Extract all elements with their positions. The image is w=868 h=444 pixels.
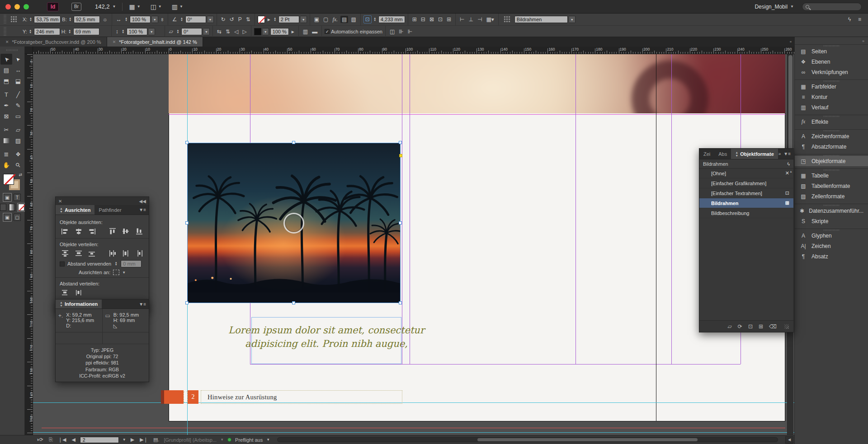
shear-dropdown[interactable]: ▼ [203, 28, 210, 35]
use-spacing-checkbox[interactable]: ✓ [60, 262, 65, 266]
shear-field[interactable]: 0° [181, 28, 202, 35]
footer-text-frame[interactable]: Hinweise zur Ausrüstung [201, 390, 402, 404]
distribute-horizontal-centers-button[interactable] [121, 249, 132, 257]
zoom-window-button[interactable] [24, 4, 29, 9]
height-field[interactable]: 69 mm [73, 28, 99, 35]
first-page-icon[interactable]: ❘◀ [57, 437, 67, 443]
direct-selection-tool[interactable]: ➤ [12, 54, 24, 65]
dock-item[interactable]: ✱Datenzusammenführ... [795, 206, 868, 216]
gutter-icon[interactable]: ⊪ [397, 28, 405, 35]
search-input[interactable] [802, 3, 862, 11]
fill-swatch-none[interactable] [3, 174, 14, 185]
object-style-row[interactable]: [Ohne] ✕ [699, 168, 793, 178]
style-group-folder-icon[interactable]: ▱ [728, 323, 732, 330]
distribute-right-edges-button[interactable] [134, 249, 145, 257]
align-center-icon[interactable]: ⊥ [467, 16, 475, 23]
ruler-origin-corner[interactable] [25, 47, 33, 54]
fill-color-dropdown[interactable]: ▼ [263, 28, 269, 35]
close-panel-icon[interactable]: ✕ [58, 199, 62, 204]
scale-y-dropdown[interactable]: ▼ [149, 28, 155, 35]
selection-handle-top-left[interactable] [185, 141, 189, 144]
zoom-level-dropdown[interactable]: 142,2 ▼ [95, 3, 116, 10]
tabbar-overflow-icon[interactable]: « [787, 37, 794, 47]
tab-object-styles[interactable]: ▲▼Objektformate [731, 149, 778, 159]
column-guide[interactable] [410, 54, 410, 364]
zoom-tool[interactable]: ⚲ [12, 159, 24, 170]
gradient-feather-tool[interactable]: ▨ [12, 135, 24, 146]
distribute-horizontal-space-button[interactable] [73, 289, 84, 297]
flip-vertical-icon[interactable]: ⇅ [224, 28, 231, 35]
dock-item[interactable]: ▦Farbfelder [795, 81, 868, 92]
preview-button[interactable]: ▢ [14, 214, 21, 221]
quick-apply-icon[interactable]: ϟ [847, 16, 852, 23]
chevron-down-icon[interactable]: ▼ [266, 438, 270, 442]
close-tab-icon[interactable]: ✕ [113, 40, 116, 44]
next-page-icon[interactable]: ▶ [130, 437, 135, 443]
overprint-icon[interactable]: ▥ [302, 28, 309, 35]
frame-tool[interactable]: ⊠ [0, 111, 12, 122]
y-stepper[interactable]: ▲▼ [28, 29, 33, 34]
dock-item[interactable]: A|Zeichen [795, 241, 868, 251]
pen-tool[interactable]: ✒ [0, 100, 12, 111]
dock-item[interactable]: ❖Ebenen [795, 56, 868, 67]
y-field[interactable]: 246 mm [34, 28, 60, 35]
scale-y-field[interactable]: 100 % [127, 28, 147, 35]
constrain-proportions-icon[interactable]: ∞ [160, 17, 165, 22]
fill-frame-icon[interactable]: ⊞ [411, 16, 418, 23]
chevron-down-icon[interactable]: ▼ [122, 271, 126, 275]
align-right-icon[interactable]: ⊣ [476, 16, 483, 23]
object-style-row[interactable]: Bildbeschreibung [699, 208, 793, 218]
distribute-vertical-space-button[interactable] [60, 289, 71, 297]
page-dropdown-icon[interactable]: ▼ [123, 438, 126, 442]
panel-menu-icon[interactable]: ≡ [857, 16, 863, 23]
note-tool[interactable]: ≣ [0, 149, 12, 159]
height-stepper[interactable]: ▲▼ [68, 29, 72, 34]
dock-item[interactable]: ▦Tabelle [795, 170, 868, 181]
rotate-cw-icon[interactable]: ↻ [220, 16, 227, 23]
ruler-guide-horizontal[interactable] [33, 402, 794, 403]
bridge-button[interactable]: Br [71, 3, 81, 11]
stroke-weight-stepper[interactable]: ▲▼ [273, 17, 277, 22]
drop-shadow-icon[interactable]: ▢ [322, 16, 330, 23]
fit-frame-to-content-icon[interactable]: ⊞ [445, 16, 453, 23]
quick-apply-icon[interactable]: ϟ [787, 161, 790, 167]
rectangle-tool[interactable]: ▭ [12, 111, 24, 122]
stroke-color-swatch[interactable] [258, 16, 265, 23]
panel-menu-icon[interactable]: ▼≡ [139, 207, 146, 212]
align-bottom-edges-button[interactable] [134, 227, 145, 235]
close-window-button[interactable] [5, 4, 11, 9]
selection-tool[interactable]: ➤ [0, 54, 12, 65]
object-style-row[interactable]: Bildrahmen ⊞ [699, 198, 793, 208]
dock-item[interactable]: AZeichenformate [795, 131, 868, 141]
view-toggle-icon[interactable]: ◑⟳ [35, 437, 44, 443]
content-collector-tool[interactable]: ⬒ [0, 75, 12, 86]
scroll-left-arrow[interactable]: ◀ [785, 436, 793, 444]
lorem-text-frame[interactable]: Lorem ipsum dolor sit amet, consectetur … [251, 317, 401, 364]
dock-item[interactable]: ▨Zellenformate [795, 191, 868, 201]
vertical-ruler[interactable]: 0102030405060708090100110120130140150 [25, 54, 33, 435]
fit-content-icon[interactable]: ⊟ [420, 16, 427, 23]
workspace-switcher[interactable]: Design_Mobil ▼ [755, 4, 794, 10]
distribute-bottom-edges-button[interactable] [86, 249, 97, 257]
horizontal-scrollbar-thumb[interactable] [477, 438, 698, 441]
apply-color-button[interactable] [0, 204, 6, 211]
dock-item[interactable]: ▤Seiten [795, 46, 868, 56]
page-tool[interactable]: ▤ [0, 65, 12, 75]
fill-color-swatch[interactable] [254, 28, 261, 35]
distribute-top-edges-button[interactable] [60, 249, 71, 257]
wrap-offset-field[interactable]: 4,233 mm [378, 16, 405, 23]
scale-x-stepper[interactable]: ▲▼ [124, 17, 128, 22]
rotation-field[interactable]: 0° [185, 16, 206, 23]
content-placer-tool[interactable]: ⬓ [12, 75, 24, 86]
selected-image-frame[interactable] [187, 143, 401, 303]
flip-structure-icon[interactable]: ⇅ [245, 16, 252, 23]
stroke-weight-field[interactable]: 2 Pt [278, 16, 299, 23]
pencil-tool[interactable]: ✎ [12, 100, 24, 111]
dock-item[interactable]: ¶Absatzformate [795, 141, 868, 152]
dock-item[interactable]: SSkripte [795, 216, 868, 226]
scale-x-field[interactable]: 100 % [130, 16, 151, 23]
swap-fill-stroke-icon[interactable]: ⇄ [19, 173, 22, 177]
panel-grip[interactable] [6, 49, 18, 51]
tab-align[interactable]: ▲▼Ausrichten [56, 205, 94, 215]
ruler-guide-horizontal[interactable] [33, 432, 794, 433]
